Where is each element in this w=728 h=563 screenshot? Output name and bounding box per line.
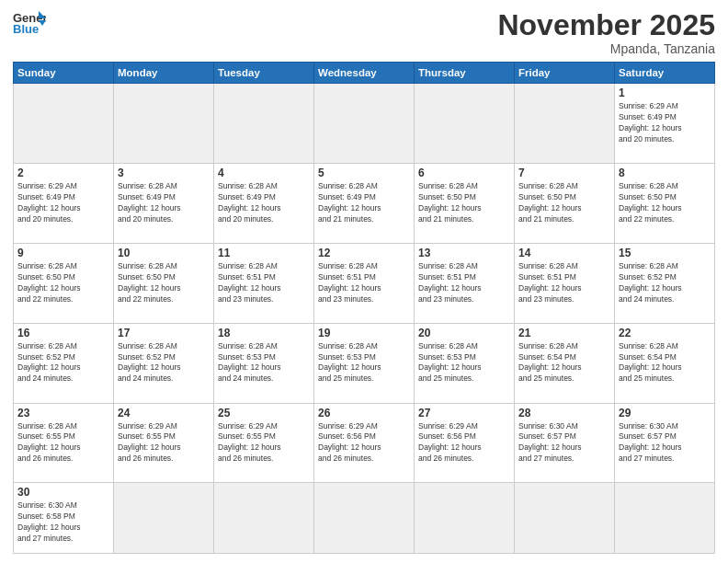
day-info: Sunrise: 6:28 AMSunset: 6:50 PMDaylight:… <box>518 181 610 225</box>
day-info: Sunrise: 6:28 AMSunset: 6:51 PMDaylight:… <box>218 261 310 305</box>
calendar-cell <box>14 84 114 164</box>
day-number: 12 <box>318 247 410 259</box>
header: General Blue November 2025 Mpanda, Tanza… <box>13 9 715 56</box>
month-title: November 2025 <box>497 9 715 41</box>
svg-text:Blue: Blue <box>13 22 39 35</box>
logo-icon: General Blue <box>13 9 46 35</box>
calendar-cell: 7Sunrise: 6:28 AMSunset: 6:50 PMDaylight… <box>515 164 615 244</box>
day-info: Sunrise: 6:29 AMSunset: 6:56 PMDaylight:… <box>418 421 510 465</box>
weekday-header-row: SundayMondayTuesdayWednesdayThursdayFrid… <box>14 63 715 84</box>
calendar-cell: 18Sunrise: 6:28 AMSunset: 6:53 PMDayligh… <box>214 323 314 403</box>
calendar-cell <box>214 84 314 164</box>
calendar-cell <box>415 483 515 554</box>
day-info: Sunrise: 6:28 AMSunset: 6:53 PMDaylight:… <box>318 341 410 385</box>
day-info: Sunrise: 6:28 AMSunset: 6:50 PMDaylight:… <box>118 261 210 305</box>
day-number: 13 <box>418 247 510 259</box>
day-number: 10 <box>118 247 210 259</box>
day-info: Sunrise: 6:28 AMSunset: 6:50 PMDaylight:… <box>619 181 711 225</box>
calendar-cell: 24Sunrise: 6:29 AMSunset: 6:55 PMDayligh… <box>114 403 214 483</box>
day-info: Sunrise: 6:28 AMSunset: 6:55 PMDaylight:… <box>17 421 109 465</box>
day-number: 19 <box>318 327 410 339</box>
day-info: Sunrise: 6:28 AMSunset: 6:51 PMDaylight:… <box>518 261 610 305</box>
day-number: 2 <box>17 167 109 179</box>
day-number: 3 <box>118 167 210 179</box>
logo: General Blue <box>13 9 46 35</box>
day-info: Sunrise: 6:29 AMSunset: 6:49 PMDaylight:… <box>17 181 109 225</box>
day-info: Sunrise: 6:28 AMSunset: 6:52 PMDaylight:… <box>17 341 109 385</box>
day-number: 9 <box>17 247 109 259</box>
calendar-cell: 21Sunrise: 6:28 AMSunset: 6:54 PMDayligh… <box>515 323 615 403</box>
day-number: 18 <box>218 327 310 339</box>
calendar-cell: 4Sunrise: 6:28 AMSunset: 6:49 PMDaylight… <box>214 164 314 244</box>
day-info: Sunrise: 6:28 AMSunset: 6:52 PMDaylight:… <box>118 341 210 385</box>
calendar-table: SundayMondayTuesdayWednesdayThursdayFrid… <box>13 62 715 554</box>
day-info: Sunrise: 6:29 AMSunset: 6:56 PMDaylight:… <box>318 421 410 465</box>
day-number: 28 <box>518 407 610 419</box>
calendar-cell: 27Sunrise: 6:29 AMSunset: 6:56 PMDayligh… <box>415 403 515 483</box>
day-info: Sunrise: 6:30 AMSunset: 6:58 PMDaylight:… <box>17 500 109 545</box>
day-info: Sunrise: 6:29 AMSunset: 6:55 PMDaylight:… <box>218 421 310 465</box>
day-info: Sunrise: 6:28 AMSunset: 6:53 PMDaylight:… <box>218 341 310 385</box>
day-number: 29 <box>619 407 711 419</box>
day-number: 26 <box>318 407 410 419</box>
day-info: Sunrise: 6:28 AMSunset: 6:50 PMDaylight:… <box>418 181 510 225</box>
day-info: Sunrise: 6:29 AMSunset: 6:55 PMDaylight:… <box>118 421 210 465</box>
weekday-tuesday: Tuesday <box>214 63 314 84</box>
day-number: 6 <box>418 167 510 179</box>
day-info: Sunrise: 6:28 AMSunset: 6:51 PMDaylight:… <box>418 261 510 305</box>
calendar-cell: 28Sunrise: 6:30 AMSunset: 6:57 PMDayligh… <box>515 403 615 483</box>
calendar-cell: 16Sunrise: 6:28 AMSunset: 6:52 PMDayligh… <box>14 323 114 403</box>
day-number: 15 <box>619 247 711 259</box>
day-number: 25 <box>218 407 310 419</box>
calendar-cell: 29Sunrise: 6:30 AMSunset: 6:57 PMDayligh… <box>615 403 715 483</box>
day-info: Sunrise: 6:28 AMSunset: 6:52 PMDaylight:… <box>619 261 711 305</box>
day-number: 4 <box>218 167 310 179</box>
day-info: Sunrise: 6:28 AMSunset: 6:53 PMDaylight:… <box>418 341 510 385</box>
calendar-cell <box>415 84 515 164</box>
day-info: Sunrise: 6:28 AMSunset: 6:54 PMDaylight:… <box>518 341 610 385</box>
day-number: 20 <box>418 327 510 339</box>
day-info: Sunrise: 6:28 AMSunset: 6:49 PMDaylight:… <box>218 181 310 225</box>
day-number: 27 <box>418 407 510 419</box>
calendar-cell <box>214 483 314 554</box>
weekday-friday: Friday <box>515 63 615 84</box>
day-number: 30 <box>17 486 109 499</box>
day-info: Sunrise: 6:28 AMSunset: 6:54 PMDaylight:… <box>619 341 711 385</box>
calendar-cell: 6Sunrise: 6:28 AMSunset: 6:50 PMDaylight… <box>415 164 515 244</box>
calendar-cell: 12Sunrise: 6:28 AMSunset: 6:51 PMDayligh… <box>314 243 415 323</box>
calendar-cell <box>615 483 715 554</box>
weekday-monday: Monday <box>114 63 214 84</box>
calendar-cell <box>114 84 214 164</box>
day-number: 22 <box>619 327 711 339</box>
calendar-cell: 9Sunrise: 6:28 AMSunset: 6:50 PMDaylight… <box>14 243 114 323</box>
weekday-thursday: Thursday <box>415 63 515 84</box>
calendar-cell: 20Sunrise: 6:28 AMSunset: 6:53 PMDayligh… <box>415 323 515 403</box>
calendar-cell: 23Sunrise: 6:28 AMSunset: 6:55 PMDayligh… <box>14 403 114 483</box>
calendar-cell: 3Sunrise: 6:28 AMSunset: 6:49 PMDaylight… <box>114 164 214 244</box>
weekday-sunday: Sunday <box>14 63 114 84</box>
day-info: Sunrise: 6:28 AMSunset: 6:49 PMDaylight:… <box>318 181 410 225</box>
calendar-cell <box>114 483 214 554</box>
calendar-cell <box>314 84 415 164</box>
calendar-cell: 8Sunrise: 6:28 AMSunset: 6:50 PMDaylight… <box>615 164 715 244</box>
day-number: 5 <box>318 167 410 179</box>
day-number: 14 <box>518 247 610 259</box>
location: Mpanda, Tanzania <box>497 41 715 56</box>
day-number: 11 <box>218 247 310 259</box>
calendar-cell: 17Sunrise: 6:28 AMSunset: 6:52 PMDayligh… <box>114 323 214 403</box>
day-info: Sunrise: 6:28 AMSunset: 6:51 PMDaylight:… <box>318 261 410 305</box>
calendar-cell: 10Sunrise: 6:28 AMSunset: 6:50 PMDayligh… <box>114 243 214 323</box>
calendar-cell: 2Sunrise: 6:29 AMSunset: 6:49 PMDaylight… <box>14 164 114 244</box>
calendar-cell: 13Sunrise: 6:28 AMSunset: 6:51 PMDayligh… <box>415 243 515 323</box>
weekday-wednesday: Wednesday <box>314 63 415 84</box>
week-row-4: 23Sunrise: 6:28 AMSunset: 6:55 PMDayligh… <box>14 403 715 483</box>
week-row-2: 9Sunrise: 6:28 AMSunset: 6:50 PMDaylight… <box>14 243 715 323</box>
calendar-cell: 14Sunrise: 6:28 AMSunset: 6:51 PMDayligh… <box>515 243 615 323</box>
day-number: 1 <box>619 86 711 99</box>
calendar-cell: 30Sunrise: 6:30 AMSunset: 6:58 PMDayligh… <box>14 483 114 554</box>
day-info: Sunrise: 6:30 AMSunset: 6:57 PMDaylight:… <box>619 421 711 465</box>
calendar-cell: 26Sunrise: 6:29 AMSunset: 6:56 PMDayligh… <box>314 403 415 483</box>
day-number: 23 <box>17 407 109 419</box>
weekday-saturday: Saturday <box>615 63 715 84</box>
day-number: 7 <box>518 167 610 179</box>
